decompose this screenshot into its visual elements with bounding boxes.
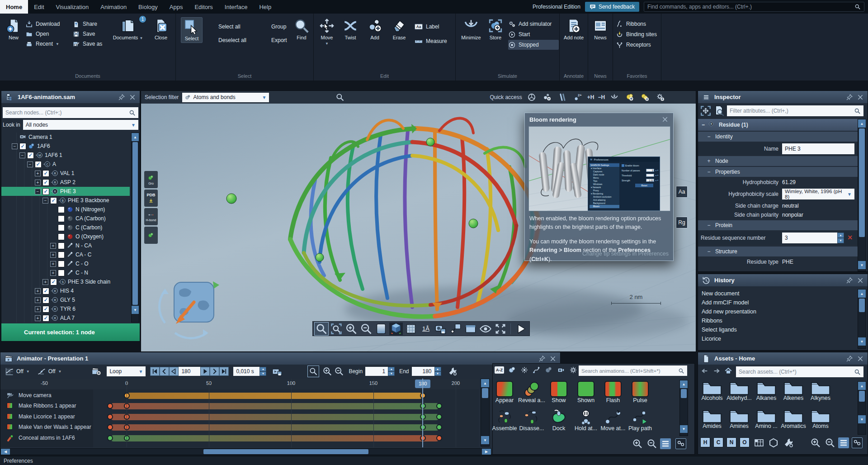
menu-icon[interactable] [702,93,711,102]
close-icon[interactable] [857,94,864,101]
expand-icon[interactable]: + [50,261,56,267]
playhead[interactable] [422,379,423,447]
annotation-icon[interactable] [449,323,462,335]
element-filter-c[interactable]: C [713,437,723,447]
tree-node-val-1[interactable]: +✓RVAL 1 [1,169,130,178]
identity-section[interactable]: −Identity [698,132,858,142]
start-button[interactable]: Start [508,29,559,39]
keyframe[interactable] [107,435,113,441]
open-button[interactable]: Open [25,29,69,39]
visibility-checkbox[interactable]: ✓ [42,288,49,294]
close-icon[interactable] [549,355,557,362]
scroll-up-icon[interactable]: ▲ [481,379,489,387]
add-hydrogens-button[interactable]: +H [587,94,594,100]
scroll-down-icon[interactable]: ▼ [481,436,489,444]
scroll-down-icon[interactable]: ▼ [858,337,866,346]
add-presentation-icon[interactable] [91,366,101,376]
residue-section-header[interactable]: −R Residue (1) [698,119,858,131]
step-time-field[interactable] [233,367,259,376]
visibility-icon[interactable] [479,323,492,335]
tree-node-o-oxygen-[interactable]: O (Oxygen) [1,232,130,241]
scroll-up-icon[interactable]: ▲ [858,382,866,390]
zoom-in-icon[interactable] [322,366,332,376]
animation-tile-appear[interactable]: Appear [491,381,518,403]
element-filter-h[interactable]: H [700,437,710,447]
timeline-ruler[interactable]: -50050100150200180 [0,379,479,389]
current-frame-field[interactable] [179,367,200,376]
history-item-new-document[interactable]: New document [698,289,868,298]
zoom-out-icon[interactable] [334,366,344,376]
close-icon[interactable] [857,277,864,284]
tree-node-tyr-6[interactable]: +✓RTYR 6 [1,304,130,313]
measure-button[interactable]: Measure [414,36,453,46]
zoom-out-icon[interactable] [646,438,657,449]
menu-edit[interactable]: Edit [28,0,50,14]
zoom-in-icon[interactable] [632,438,643,449]
element-filter-n[interactable]: N [726,437,736,447]
expand-icon[interactable]: + [35,315,41,321]
animation-tile-dock[interactable]: Dock [545,409,572,432]
forward-icon[interactable] [712,367,721,375]
visibility-checkbox[interactable] [58,233,65,240]
add-button[interactable]: Add [364,18,385,40]
pin-icon[interactable] [846,94,853,101]
tree-node-phe-3[interactable]: −✓RPHE 3 [1,187,130,196]
keyframe[interactable] [436,435,442,441]
twist-button[interactable]: Twist [340,18,361,40]
expand-icon[interactable]: + [50,270,56,276]
periodic-table-icon[interactable] [754,437,764,448]
play-backward-icon[interactable] [169,367,179,376]
loop-mode-dropdown[interactable]: Loop▼ [107,366,146,376]
tree-node-ca-c[interactable]: +CA - C [1,250,130,259]
angstrom-scale-button[interactable]: 1Å [419,323,433,335]
pin-icon[interactable] [118,94,125,101]
zoom-out-icon[interactable] [825,437,835,448]
history-item-select-ligands[interactable]: Select ligands [698,325,868,334]
protein-section[interactable]: −Protein [698,220,858,230]
inspect-documents-icon[interactable] [713,105,725,117]
expand-icon[interactable]: + [35,171,41,176]
menu-apps[interactable]: Apps [164,0,189,14]
ring-fragment-icon[interactable] [768,437,779,448]
back-icon[interactable] [701,367,709,375]
play-forward-icon[interactable] [200,367,210,376]
zoom-out-icon[interactable] [359,323,373,335]
store-button[interactable]: Store [485,18,506,40]
scroll-up-icon[interactable]: ▲ [858,119,866,128]
asset-folder-amines[interactable]: Amines [726,409,753,429]
scroll-down-icon[interactable]: ▼ [858,415,866,423]
menu-animation[interactable]: Animation [94,0,132,14]
easing-mode-icon[interactable] [37,367,46,376]
add-groups-icon[interactable] [639,92,651,103]
visibility-checkbox[interactable] [58,224,65,231]
chevron-down-icon[interactable]: ▼ [56,42,59,46]
select-all-button[interactable]: Select all [206,22,255,32]
add-simulator-icon[interactable] [655,92,666,103]
name-field[interactable] [782,143,854,154]
tree-node-n-ca[interactable]: +N - CA [1,241,130,250]
collapse-icon[interactable]: − [35,189,41,195]
tree-node-asp-2[interactable]: +✓RASP 2 [1,178,130,187]
asset-folder-amides[interactable]: Amides [698,409,726,429]
tree-node-1af6-1[interactable]: −✓M1AF6 1 [1,151,130,160]
asset-folder-amino-[interactable]: Amino ... [753,409,780,429]
settings-icon[interactable] [569,366,577,374]
inspect-selection-icon[interactable] [700,105,712,117]
export-button[interactable]: Export [259,35,293,45]
grid-icon[interactable] [404,323,418,335]
timeline-row-conceal-atoms-in-1af6[interactable]: Conceal atoms in 1AF6 [0,434,479,443]
residue-sequence-number-field[interactable] [782,232,837,243]
orientation-cube-icon[interactable] [389,323,403,335]
next-keyframe-icon[interactable] [210,367,219,376]
look-in-dropdown[interactable]: All nodes ▼ [23,120,138,130]
fullscreen-icon[interactable] [494,323,507,335]
tree-node-phe-3-backbone[interactable]: −✓BPHE 3 Backbone [1,196,130,205]
close-icon[interactable] [661,116,669,123]
animation-tile-reveal-a-[interactable]: Reveal a... [518,381,545,403]
visibility-checkbox[interactable]: ✓ [50,279,57,285]
chevron-down-icon[interactable]: ▼ [26,370,30,374]
fragment-view-icon[interactable] [675,438,686,449]
asset-folder-alcohols[interactable]: Alcohols [698,381,726,401]
expand-icon[interactable]: + [35,306,41,312]
download-button[interactable]: Download [25,19,69,29]
